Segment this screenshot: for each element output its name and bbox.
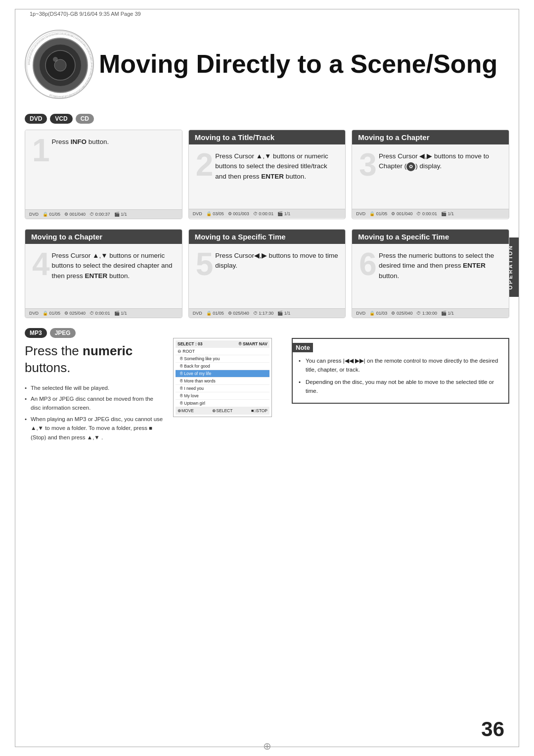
bullet-1: The selected file will be played. — [25, 383, 163, 392]
step-1-number: 1 — [32, 137, 50, 164]
step-3-status: DVD🔒 01/05⚙ 001/040⏱ 0:00:01🎬 1/1 — [352, 209, 509, 218]
step-2-content: 2 Press Cursor ▲,▼ buttons or numeric bu… — [189, 144, 346, 209]
bullet-3: When playing an MP3 or JPEG disc, you ca… — [25, 415, 163, 442]
note-list: You can press |◀◀ ▶▶| on the remote cont… — [299, 356, 502, 396]
step-5-number: 5 — [196, 251, 214, 278]
badge-vcd: VCD — [50, 114, 72, 124]
steps-row-1: 1 Press INFO button. DVD🔒 01/05⚙ 001/040… — [25, 130, 509, 219]
steps-row-2: Moving to a Chapter 4 Press Cursor ▲,▼ b… — [25, 229, 509, 318]
step-5-status: DVD🔒 01/05⚙ 025/040⏱ 1:17:30🎬 1/1 — [189, 308, 346, 318]
badge-cd: CD — [76, 114, 94, 124]
note-item-2: Depending on the disc, you may not be ab… — [299, 378, 502, 396]
note-title: Note — [293, 343, 313, 352]
header-meta: 1p~38p(DS470)-GB 9/16/04 9:35 AM Page 39 — [30, 11, 141, 17]
page-border-right — [519, 9, 519, 747]
step-5-text: Press Cursor◀,▶ buttons to move to time … — [196, 251, 339, 271]
title-section: 1010101010011010101001101010100110101010… — [25, 30, 509, 99]
svg-point-6 — [53, 57, 58, 62]
screen-item-5: ® I need you — [176, 385, 269, 392]
step-6-status: DVD🔒 01/03⚙ 025/040⏱ 1:30:00🎬 1/1 — [352, 308, 509, 318]
screen-folder: ⊖ ROOT — [176, 348, 269, 355]
screen-item-1: ® Something like you — [176, 355, 269, 363]
step-3-text: Press Cursor ◀,▶ buttons to move to Chap… — [359, 151, 502, 172]
step-4-text: Press Cursor ▲,▼ buttons or numeric butt… — [32, 251, 175, 281]
screen-item-7: ® Uptown girl — [176, 400, 269, 407]
step-3-number: 3 — [359, 151, 377, 178]
bottom-section: MP3 JPEG Press the numeric buttons. The … — [25, 328, 509, 444]
step-1-text: Press INFO button. — [32, 137, 175, 147]
note-area: Note You can press |◀◀ ▶▶| on the remote… — [292, 328, 509, 444]
step-2-header: Moving to a Title/Track — [189, 130, 346, 144]
step-1-status: DVD🔒 01/05⚙ 001/040⏱ 0:00:37🎬 1/1 — [25, 209, 182, 219]
screen-item-4: ® More than words — [176, 378, 269, 385]
step-4-content: 4 Press Cursor ▲,▼ buttons or numeric bu… — [25, 244, 182, 308]
screen-item-3-selected: ® Love of my life — [176, 370, 269, 378]
step-4-status: DVD🔒 01/05⚙ 025/040⏱ 0:00:01🎬 1/1 — [25, 308, 182, 318]
step-4-number: 4 — [32, 251, 50, 278]
note-box: Note You can press |◀◀ ▶▶| on the remote… — [292, 338, 509, 404]
step-3-box: Moving to a Chapter 3 Press Cursor ◀,▶ b… — [352, 130, 509, 219]
screen-item-6: ® My love — [176, 392, 269, 400]
chapter-icon: ✿ — [406, 162, 415, 171]
step-6-number: 6 — [359, 251, 377, 278]
bullet-2: An MP3 or JPEG disc cannot be moved from… — [25, 394, 163, 413]
main-content: 1010101010011010101001101010100110101010… — [25, 25, 509, 444]
page-border-left — [15, 9, 15, 747]
screen-mockup: SELECT : 03® SMART NAV ⊖ ROOT ® Somethin… — [173, 338, 272, 417]
screen-header: SELECT : 03® SMART NAV — [176, 340, 269, 348]
step-4-header: Moving to a Chapter — [25, 230, 182, 244]
step-2-text: Press Cursor ▲,▼ buttons or numeric butt… — [196, 151, 339, 182]
disc-badges-top: DVD VCD CD — [25, 114, 509, 124]
bottom-crosshair: ⊕ — [263, 740, 271, 752]
step-4-box: Moving to a Chapter 4 Press Cursor ▲,▼ b… — [25, 229, 182, 318]
step-2-number: 2 — [196, 151, 214, 178]
screen-mockup-area: SELECT : 03® SMART NAV ⊖ ROOT ® Somethin… — [173, 328, 282, 444]
step-2-status: DVD🔒 03/05⚙ 001/003⏱ 0:00:01🎬 1/1 — [189, 209, 346, 218]
step-6-header: Moving to a Specific Time — [352, 230, 509, 244]
step-3-header: Moving to a Chapter — [352, 130, 509, 144]
step-3-content: 3 Press Cursor ◀,▶ buttons to move to Ch… — [352, 144, 509, 209]
step-1-content: 1 Press INFO button. — [25, 130, 182, 209]
screen-footer: ⊕MOVE⊕SELECT■□STOP — [176, 407, 269, 415]
mp3-jpeg-area: MP3 JPEG Press the numeric buttons. The … — [25, 328, 163, 444]
logo-ring: 1010101010011010101001101010100110101010… — [26, 31, 94, 99]
badge-mp3: MP3 — [25, 328, 47, 338]
step-1-box: 1 Press INFO button. DVD🔒 01/05⚙ 001/040… — [25, 130, 182, 219]
badge-dvd: DVD — [25, 114, 47, 124]
step-6-text: Press the numeric buttons to select the … — [359, 251, 502, 281]
step-5-content: 5 Press Cursor◀,▶ buttons to move to tim… — [189, 244, 346, 308]
mp3-badges: MP3 JPEG — [25, 328, 163, 338]
step-2-box: Moving to a Title/Track 2 Press Cursor ▲… — [188, 130, 346, 219]
page-border-top — [15, 9, 519, 9]
note-item-1: You can press |◀◀ ▶▶| on the remote cont… — [299, 356, 502, 375]
step-5-box: Moving to a Specific Time 5 Press Cursor… — [188, 229, 346, 318]
step-6-content: 6 Press the numeric buttons to select th… — [352, 244, 509, 308]
page-number: 36 — [481, 717, 504, 741]
step-6-box: Moving to a Specific Time 6 Press the nu… — [352, 229, 509, 318]
mp3-title: Press the numeric buttons. — [25, 343, 163, 377]
screen-item-2: ® Back for good — [176, 363, 269, 370]
step-5-header: Moving to a Specific Time — [189, 230, 346, 244]
page-title: Moving Directly to a Scene/Song — [99, 50, 497, 78]
badge-jpeg: JPEG — [50, 328, 76, 338]
mp3-bullet-list: The selected file will be played. An MP3… — [25, 383, 163, 442]
